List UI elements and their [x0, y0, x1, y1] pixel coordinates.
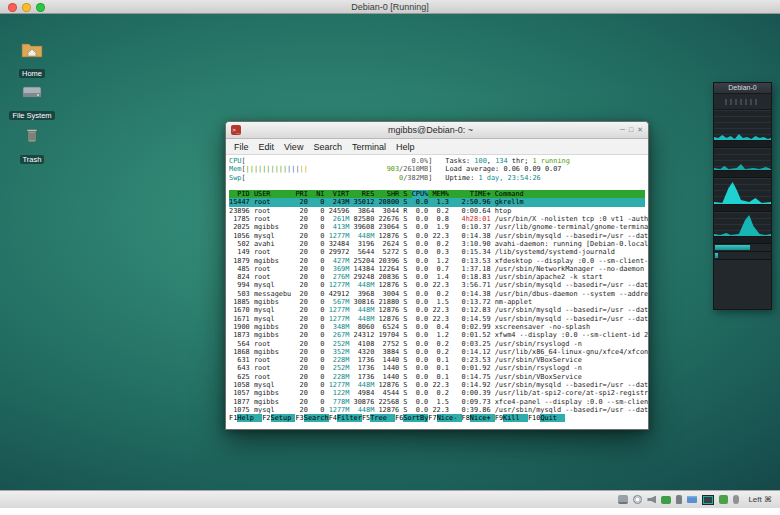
window-bottom-edge — [0, 508, 780, 515]
process-row[interactable]: 1057 mgibbs 20 0 122M 4984 4544 S 0.0 0.… — [229, 389, 645, 397]
gkrellm-label-strip — [714, 205, 771, 212]
terminal-menu-bar: FileEditViewSearchTerminalHelp — [226, 139, 648, 155]
process-row[interactable]: 503 messagebu 20 0 42912 3968 3004 S 0.0… — [229, 290, 645, 298]
process-row[interactable]: 643 root 20 0 252M 1736 1440 S 0.0 0.1 0… — [229, 364, 645, 372]
gkrellm-label-strip — [714, 141, 771, 148]
process-row[interactable]: 625 root 20 0 228M 1736 1440 S 0.0 0.1 0… — [229, 373, 645, 381]
fkey-f3-button[interactable]: F3Search — [295, 414, 328, 422]
htop-screen[interactable]: CPU[0.0%]Mem[|||||||||||||||903/2610MB]S… — [226, 155, 648, 429]
fkey-f7-button[interactable]: F7Nice- — [428, 414, 461, 422]
process-table-header[interactable]: PID USER PRI NI VIRT RES SHR S CPU% MEM%… — [229, 190, 645, 198]
process-row[interactable]: 1670 mysql 20 0 1277M 448M 12876 S 0.0 2… — [229, 306, 645, 314]
process-row[interactable]: 564 root 20 0 252M 4108 2752 S 0.0 0.2 0… — [229, 340, 645, 348]
terminal-app-icon: >_ — [231, 125, 241, 135]
process-row[interactable]: 1056 mysql 20 0 1277M 448M 12876 S 0.0 2… — [229, 232, 645, 240]
function-key-bar: F1Help F2Setup F3SearchF4FilterF5Tree F6… — [229, 414, 645, 422]
fkey-f1-button[interactable]: F1Help — [229, 414, 262, 422]
desktop-icon-filesystem[interactable]: File System — [9, 83, 55, 122]
cpu-chart — [714, 110, 771, 141]
process-row[interactable]: 1058 mysql 20 0 1277M 448M 12876 S 0.0 2… — [229, 381, 645, 389]
desktop-icon-label: File System — [9, 111, 54, 120]
process-row[interactable]: 1873 mgibbs 20 0 267M 24312 19704 S 0.0 … — [229, 331, 645, 339]
proc-chart — [714, 148, 771, 171]
window-title: Debian-0 [Running] — [0, 2, 780, 12]
fkey-f8-button[interactable]: F8Nice+ — [462, 414, 495, 422]
cd-icon[interactable] — [633, 495, 642, 504]
zoom-button[interactable] — [36, 3, 45, 12]
terminal-title-bar[interactable]: >_ mgibbs@Debian-0: ~ ─ □ ✕ — [226, 122, 648, 139]
shared-folder-icon[interactable] — [687, 496, 697, 503]
menu-item-edit[interactable]: Edit — [254, 142, 280, 152]
host-key-label: Left ⌘ — [748, 495, 772, 504]
process-row[interactable]: 1671 mysql 20 0 1277M 448M 12876 S 0.0 2… — [229, 315, 645, 323]
process-row[interactable]: 1877 mgibbs 20 0 778M 30876 22568 S 0.0 … — [229, 398, 645, 406]
terminal-window[interactable]: >_ mgibbs@Debian-0: ~ ─ □ ✕ FileEditView… — [225, 121, 649, 430]
terminal-close-icon[interactable]: ✕ — [637, 125, 643, 135]
process-row[interactable]: 23896 root 20 0 24596 3864 3044 R 0.0 0.… — [229, 207, 645, 215]
usb-icon[interactable] — [676, 495, 682, 504]
process-row[interactable]: 149 root 20 0 29972 5644 5272 S 0.0 0.3 … — [229, 248, 645, 256]
process-row[interactable]: 1075 mysql 20 0 1277M 448M 12876 S 0.0 2… — [229, 406, 645, 414]
process-row[interactable]: 485 root 20 0 369M 14384 12264 S 0.0 0.7… — [229, 265, 645, 273]
fkey-f10-button[interactable]: F10Quit — [528, 414, 565, 422]
swap-meter-bar — [714, 252, 771, 260]
process-row[interactable]: 631 root 20 0 228M 1736 1440 S 0.0 0.1 0… — [229, 356, 645, 364]
terminal-minimize-icon[interactable]: ─ — [620, 125, 625, 135]
vm-desktop[interactable]: Home File System Trash >_ mgibbs@Debian-… — [0, 14, 780, 491]
desktop-icon-home[interactable]: Home — [9, 41, 55, 80]
mem-meter-bar — [714, 244, 771, 252]
fkey-f5-button[interactable]: F5Tree — [362, 414, 395, 422]
menu-item-terminal[interactable]: Terminal — [347, 142, 391, 152]
cpu-meter: CPU[0.0%] — [229, 157, 445, 165]
desktop-icon-trash[interactable]: Trash — [9, 127, 55, 166]
terminal-maximize-icon[interactable]: □ — [629, 125, 633, 135]
gkrellm-footer — [714, 260, 771, 309]
process-row[interactable]: 502 avahi 20 0 32484 3196 2624 S 0.0 0.2… — [229, 240, 645, 248]
gkrellm-clock — [714, 93, 771, 110]
process-row[interactable]: 2025 mgibbs 20 0 413M 39608 23064 S 0.0 … — [229, 223, 645, 231]
stat-line: Tasks: 100, 134 thr; 1 running — [445, 157, 645, 165]
home-folder-icon — [21, 41, 43, 59]
mem-meter: Mem[|||||||||||||||903/2610MB] — [229, 165, 445, 173]
vbox-status-bar: Left ⌘ — [0, 490, 780, 508]
terminal-title: mgibbs@Debian-0: ~ — [241, 125, 620, 135]
gkrellm-label-strip — [714, 171, 771, 178]
process-row[interactable]: 994 mysql 20 0 1277M 448M 12876 S 0.0 22… — [229, 281, 645, 289]
drive-icon — [21, 83, 43, 101]
gkrellm-hostname: Debian-0 — [714, 83, 771, 93]
menu-item-file[interactable]: File — [229, 142, 254, 152]
process-row[interactable]: 15447 root 20 0 243M 35012 20800 S 0.0 1… — [229, 198, 645, 206]
desktop-icon-label: Trash — [20, 155, 45, 164]
fkey-f6-button[interactable]: F6SortBy — [395, 414, 428, 422]
desktop-icon-label: Home — [19, 69, 45, 78]
process-row[interactable]: 1885 mgibbs 20 0 567M 30816 21880 S 0.0 … — [229, 298, 645, 306]
hdd-icon[interactable] — [618, 495, 628, 504]
mouse-icon[interactable] — [733, 495, 739, 504]
fkey-f4-button[interactable]: F4Filter — [329, 414, 362, 422]
stat-line: Uptime: 1 day, 23:54:26 — [445, 174, 645, 182]
gkrellm-label-strip — [714, 237, 771, 244]
process-row[interactable]: 1900 mgibbs 20 0 348M 8060 6524 S 0.0 0.… — [229, 323, 645, 331]
display-icon[interactable] — [702, 495, 714, 505]
minimize-button[interactable] — [22, 3, 31, 12]
menu-item-view[interactable]: View — [279, 142, 308, 152]
virtualization-icon[interactable] — [719, 495, 728, 504]
fkey-f9-button[interactable]: F9Kill — [495, 414, 528, 422]
process-row[interactable]: 1868 mgibbs 20 0 352M 4320 3884 S 0.0 0.… — [229, 348, 645, 356]
menu-item-search[interactable]: Search — [308, 142, 347, 152]
process-row[interactable]: 1879 mgibbs 20 0 427M 25204 20396 S 0.0 … — [229, 257, 645, 265]
audio-icon[interactable] — [647, 496, 656, 504]
fkey-f2-button[interactable]: F2Setup — [262, 414, 295, 422]
disk-chart — [714, 178, 771, 205]
trash-icon — [21, 127, 43, 145]
menu-item-help[interactable]: Help — [391, 142, 420, 152]
close-button[interactable] — [8, 3, 17, 12]
process-row[interactable]: 1785 root 20 0 261M 82580 22676 S 0.0 0.… — [229, 215, 645, 223]
net-chart — [714, 212, 771, 237]
gkrellm-window[interactable]: Debian-0 — [713, 82, 772, 310]
stat-line: Load average: 0.06 0.09 0.07 — [445, 165, 645, 173]
network-icon[interactable] — [661, 496, 671, 504]
swp-meter: Swp[0/382MB] — [229, 174, 445, 182]
vbox-title-bar: Debian-0 [Running] — [0, 0, 780, 14]
process-row[interactable]: 824 root 20 0 276M 29248 20836 S 0.0 1.4… — [229, 273, 645, 281]
